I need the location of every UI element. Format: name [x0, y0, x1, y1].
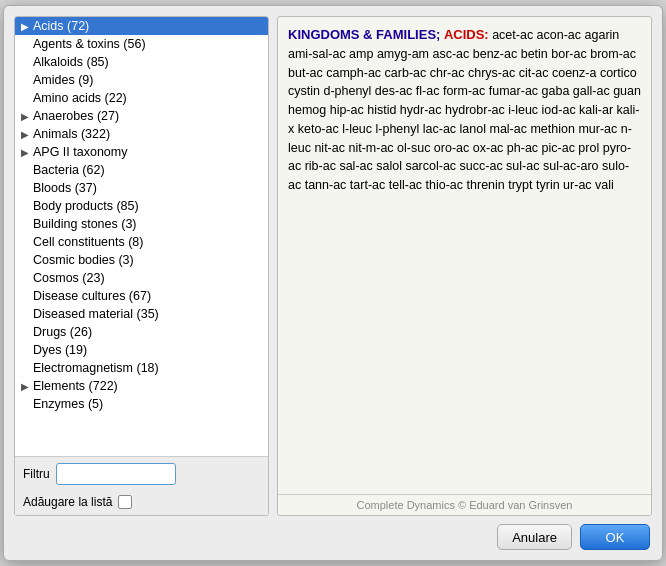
add-row: Adăugare la listă [15, 491, 268, 515]
list-item[interactable]: Dyes (19) [15, 341, 268, 359]
right-panel: KINGDOMS & FAMILIES; ACIDS: acet-ac acon… [277, 16, 652, 516]
list-item-label: Alkaloids (85) [33, 55, 109, 69]
dialog-footer: Anulare OK [4, 516, 662, 560]
list-item-label: Anaerobes (27) [33, 109, 119, 123]
list-item-label: Bloods (37) [33, 181, 97, 195]
list-item-label: Body products (85) [33, 199, 139, 213]
dialog-content: ▶ Acids (72)Agents & toxins (56)Alkaloid… [4, 6, 662, 516]
list-item-label: Enzymes (5) [33, 397, 103, 411]
expand-arrow-icon: ▶ [21, 111, 33, 122]
list-item[interactable]: Cell constituents (8) [15, 233, 268, 251]
list-item-label: Acids (72) [33, 19, 89, 33]
list-item[interactable]: Enzymes (5) [15, 395, 268, 413]
list-item-label: Elements (722) [33, 379, 118, 393]
list-item[interactable]: Drugs (26) [15, 323, 268, 341]
list-item-label: Animals (322) [33, 127, 110, 141]
list-item[interactable]: Agents & toxins (56) [15, 35, 268, 53]
copyright-text: Complete Dynamics © Eduard van Grinsven [357, 499, 573, 511]
add-checkbox[interactable] [118, 495, 132, 509]
list-item-label: Agents & toxins (56) [33, 37, 146, 51]
list-item-label: Building stones (3) [33, 217, 137, 231]
list-item-label: Amino acids (22) [33, 91, 127, 105]
list-item-label: Cosmos (23) [33, 271, 105, 285]
list-item-label: Disease cultures (67) [33, 289, 151, 303]
list-item-label: Electromagnetism (18) [33, 361, 159, 375]
expand-arrow-icon: ▶ [21, 21, 33, 32]
list-item[interactable]: Cosmic bodies (3) [15, 251, 268, 269]
cancel-button[interactable]: Anulare [497, 524, 572, 550]
list-item[interactable]: Amino acids (22) [15, 89, 268, 107]
list-item[interactable]: ▶ APG II taxonomy [15, 143, 268, 161]
list-item[interactable]: ▶ Elements (722) [15, 377, 268, 395]
list-item[interactable]: ▶ Acids (72) [15, 17, 268, 35]
list-item[interactable]: Body products (85) [15, 197, 268, 215]
list-item-label: Cosmic bodies (3) [33, 253, 134, 267]
list-item[interactable]: Bloods (37) [15, 179, 268, 197]
filter-row: Filtru [15, 456, 268, 491]
content-title: KINGDOMS & FAMILIES; [288, 27, 440, 42]
list-item[interactable]: Bacteria (62) [15, 161, 268, 179]
list-item[interactable]: Amides (9) [15, 71, 268, 89]
list-item-label: APG II taxonomy [33, 145, 127, 159]
list-item[interactable]: Building stones (3) [15, 215, 268, 233]
expand-arrow-icon: ▶ [21, 147, 33, 158]
list-item-label: Amides (9) [33, 73, 93, 87]
list-item[interactable]: ▶ Animals (322) [15, 125, 268, 143]
expand-arrow-icon: ▶ [21, 129, 33, 140]
right-content: KINGDOMS & FAMILIES; ACIDS: acet-ac acon… [278, 17, 651, 494]
content-subtitle: ACIDS: [444, 27, 489, 42]
list-item[interactable]: Electromagnetism (18) [15, 359, 268, 377]
list-item-label: Cell constituents (8) [33, 235, 143, 249]
list-item[interactable]: Diseased material (35) [15, 305, 268, 323]
list-item-label: Dyes (19) [33, 343, 87, 357]
list-item[interactable]: Alkaloids (85) [15, 53, 268, 71]
content-body: acet-ac acon-ac agarin ami-sal-ac amp am… [288, 28, 641, 192]
right-footer: Complete Dynamics © Eduard van Grinsven [278, 494, 651, 515]
left-panel: ▶ Acids (72)Agents & toxins (56)Alkaloid… [14, 16, 269, 516]
expand-arrow-icon: ▶ [21, 381, 33, 392]
filter-input[interactable] [56, 463, 176, 485]
list-item-label: Bacteria (62) [33, 163, 105, 177]
list-container[interactable]: ▶ Acids (72)Agents & toxins (56)Alkaloid… [15, 17, 268, 456]
list-item-label: Diseased material (35) [33, 307, 159, 321]
dialog: ▶ Acids (72)Agents & toxins (56)Alkaloid… [3, 5, 663, 561]
list-item[interactable]: Cosmos (23) [15, 269, 268, 287]
list-item[interactable]: Disease cultures (67) [15, 287, 268, 305]
add-label: Adăugare la listă [23, 495, 112, 509]
list-item-label: Drugs (26) [33, 325, 92, 339]
filter-label: Filtru [23, 467, 50, 481]
list-item[interactable]: ▶ Anaerobes (27) [15, 107, 268, 125]
ok-button[interactable]: OK [580, 524, 650, 550]
